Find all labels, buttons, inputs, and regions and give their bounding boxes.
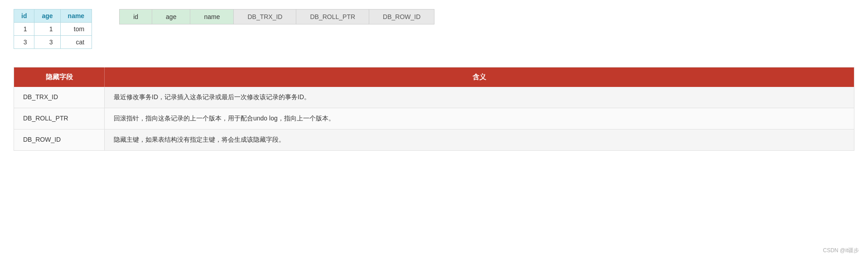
- left-col-name: name: [60, 10, 92, 23]
- info-field-rollptr: DB_ROLL_PTR: [14, 108, 105, 130]
- info-row-trxid: DB_TRX_ID 最近修改事务ID，记录插入这条记录或最后一次修改该记录的事务…: [14, 87, 854, 108]
- table-cell: tom: [60, 23, 92, 36]
- left-col-id: id: [14, 10, 34, 23]
- watermark: CSDN @it疆步: [823, 247, 859, 254]
- table-row: 33cat: [14, 36, 92, 49]
- right-col-rowid: DB_ROW_ID: [369, 10, 434, 24]
- right-col-id: id: [120, 10, 152, 24]
- right-col-trxid: DB_TRX_ID: [234, 10, 296, 24]
- table-cell: 3: [14, 36, 34, 49]
- info-header-col1: 隐藏字段: [14, 67, 105, 87]
- right-col-rollptr: DB_ROLL_PTR: [296, 10, 369, 24]
- right-col-name: name: [190, 10, 234, 24]
- table-cell: 1: [34, 23, 60, 36]
- left-data-table: id age name 11tom33cat: [14, 9, 92, 49]
- info-field-rowid: DB_ROW_ID: [14, 130, 105, 151]
- info-table: 隐藏字段 含义 DB_TRX_ID 最近修改事务ID，记录插入这条记录或最后一次…: [14, 67, 854, 151]
- table-row: 11tom: [14, 23, 92, 36]
- left-col-age: age: [34, 10, 60, 23]
- info-table-header-row: 隐藏字段 含义: [14, 67, 854, 87]
- top-section: id age name 11tom33cat id age name DB_TR…: [14, 9, 854, 49]
- table-cell: 1: [14, 23, 34, 36]
- info-row-rollptr: DB_ROLL_PTR 回滚指针，指向这条记录的上一个版本，用于配合undo l…: [14, 108, 854, 130]
- info-header-col2: 含义: [105, 67, 854, 87]
- info-field-trxid: DB_TRX_ID: [14, 87, 105, 108]
- table-cell: cat: [60, 36, 92, 49]
- right-header-row: id age name DB_TRX_ID DB_ROLL_PTR DB_ROW…: [120, 10, 434, 24]
- right-col-age: age: [152, 10, 190, 24]
- table-cell: 3: [34, 36, 60, 49]
- left-table-header-row: id age name: [14, 10, 92, 23]
- info-desc-rowid: 隐藏主键，如果表结构没有指定主键，将会生成该隐藏字段。: [105, 130, 854, 151]
- info-row-rowid: DB_ROW_ID 隐藏主键，如果表结构没有指定主键，将会生成该隐藏字段。: [14, 130, 854, 151]
- right-columns-table: id age name DB_TRX_ID DB_ROLL_PTR DB_ROW…: [119, 9, 434, 24]
- info-desc-rollptr: 回滚指针，指向这条记录的上一个版本，用于配合undo log，指向上一个版本。: [105, 108, 854, 130]
- info-desc-trxid: 最近修改事务ID，记录插入这条记录或最后一次修改该记录的事务ID。: [105, 87, 854, 108]
